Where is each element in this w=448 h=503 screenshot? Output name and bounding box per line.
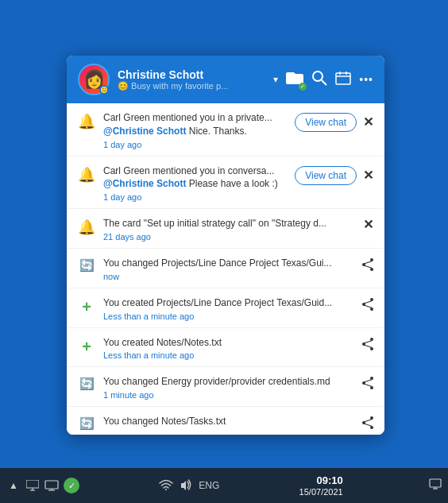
- search-button[interactable]: [311, 70, 327, 90]
- share-button[interactable]: [362, 298, 373, 313]
- notif-time: 1 minute ago: [103, 390, 354, 400]
- svg-point-17: [370, 347, 373, 350]
- plus-icon: +: [78, 298, 95, 316]
- svg-point-26: [370, 416, 373, 420]
- display-icon[interactable]: [25, 478, 40, 493]
- notif-actions: [362, 258, 373, 273]
- share-button[interactable]: [362, 258, 373, 273]
- language-indicator[interactable]: ENG: [199, 480, 219, 491]
- wifi-icon: [159, 479, 173, 493]
- close-button[interactable]: ✕: [363, 169, 373, 182]
- panel-header: 👩 😊 Christine Schott 😊 Busy with my favo…: [67, 56, 384, 103]
- notif-actions: View chat ✕: [295, 113, 373, 132]
- avatar-container: 👩 😊: [78, 64, 110, 95]
- notif-content: You created Notes/Notes.txt Less than a …: [103, 336, 354, 361]
- taskbar: ▲ ✓: [0, 468, 448, 503]
- notif-content: You created Projects/Line Dance Project …: [103, 296, 354, 321]
- notif-content: The card "Set up initial strategy call" …: [103, 217, 355, 242]
- share-button[interactable]: [362, 338, 373, 353]
- notif-content: You changed Energy provider/provider cre…: [103, 375, 354, 400]
- notification-item: 🔔 The card "Set up initial strategy call…: [67, 209, 384, 249]
- svg-line-10: [364, 265, 372, 268]
- share-button[interactable]: [362, 416, 373, 431]
- svg-point-12: [370, 308, 373, 311]
- close-button[interactable]: ✕: [363, 219, 373, 231]
- taskbar-time: 09:10: [316, 474, 342, 486]
- header-status: 😊 Busy with my favorite p...: [118, 81, 245, 91]
- header-info: Christine Schott 😊 Busy with my favorite…: [118, 68, 268, 91]
- volume-icon: [180, 479, 192, 493]
- svg-point-37: [165, 489, 167, 490]
- notif-time: Less than a minute ago: [103, 311, 354, 321]
- notif-content: Carl Green mentioned you in a private...…: [103, 111, 287, 149]
- more-options-button[interactable]: •••: [359, 73, 373, 86]
- sync-icon: 🔄: [78, 258, 95, 273]
- dropdown-icon[interactable]: ▾: [273, 74, 278, 85]
- notif-mention: @Christine Schott Nice. Thanks.: [103, 125, 287, 138]
- header-username: Christine Schott: [118, 68, 268, 81]
- notification-item: 🔄 You changed Energy provider/provider c…: [67, 367, 384, 407]
- notification-item: 🔔 Carl Green mentioned you in a private.…: [67, 103, 384, 157]
- svg-line-24: [364, 380, 372, 382]
- svg-point-6: [370, 258, 373, 261]
- notif-content: You changed Projects/Line Dance Project …: [103, 257, 354, 281]
- svg-line-20: [364, 345, 372, 347]
- notif-content: Carl Green mentioned you in conversa... …: [103, 164, 287, 203]
- bell-icon: 🔔: [78, 166, 95, 184]
- svg-line-29: [364, 420, 372, 422]
- notif-actions: [362, 416, 373, 431]
- notif-time: 1 day ago: [103, 192, 287, 202]
- svg-point-21: [370, 377, 373, 380]
- svg-line-30: [364, 424, 372, 426]
- notif-actions: [362, 338, 373, 353]
- view-chat-button[interactable]: View chat: [295, 113, 357, 132]
- notification-item: 🔄 You changed Notes/Tasks.txt: [67, 407, 384, 435]
- svg-point-7: [370, 268, 373, 271]
- notifications-list: 🔔 Carl Green mentioned you in a private.…: [67, 103, 384, 435]
- chevron-up-icon[interactable]: ▲: [6, 478, 21, 493]
- svg-line-25: [364, 384, 372, 386]
- svg-line-1: [322, 80, 326, 85]
- notif-time: now: [103, 272, 354, 281]
- svg-point-11: [370, 298, 373, 301]
- svg-line-14: [364, 301, 372, 304]
- svg-rect-34: [45, 481, 58, 489]
- tv-icon[interactable]: [44, 478, 59, 493]
- calendar-button[interactable]: [335, 71, 351, 89]
- notif-time: 21 days ago: [103, 232, 355, 242]
- close-button[interactable]: ✕: [363, 116, 373, 129]
- notif-mention: @Christine Schott Please have a look :): [103, 177, 287, 191]
- svg-line-9: [364, 261, 372, 264]
- notif-actions: [362, 377, 373, 392]
- svg-line-19: [364, 340, 372, 342]
- notif-text: The card "Set up initial strategy call" …: [103, 217, 355, 230]
- notif-time: Less than a minute ago: [103, 350, 354, 360]
- svg-point-0: [313, 72, 322, 81]
- notif-text: You created Notes/Notes.txt: [103, 336, 354, 350]
- notification-item: 🔔 Carl Green mentioned you in conversa..…: [67, 157, 384, 210]
- notif-text: You changed Energy provider/provider cre…: [103, 375, 354, 389]
- notif-text: You changed Projects/Line Dance Project …: [103, 257, 354, 270]
- header-actions: ✓ •••: [286, 70, 373, 90]
- notif-time: 1 day ago: [103, 140, 287, 149]
- status-dot: 😊: [99, 85, 109, 95]
- view-chat-button[interactable]: View chat: [295, 166, 357, 185]
- notif-content: You changed Notes/Tasks.txt: [103, 415, 354, 428]
- notif-actions: View chat ✕: [295, 166, 373, 185]
- svg-rect-31: [26, 480, 39, 488]
- notification-panel: 👩 😊 Christine Schott 😊 Busy with my favo…: [67, 56, 384, 435]
- taskbar-left: ▲ ✓: [6, 478, 79, 493]
- bell-icon: 🔔: [78, 113, 95, 130]
- show-desktop-button[interactable]: [429, 478, 442, 493]
- folder-button[interactable]: ✓: [286, 71, 303, 89]
- notif-actions: ✕: [363, 219, 373, 231]
- svg-rect-38: [430, 479, 441, 487]
- notif-actions: [362, 298, 373, 313]
- share-button[interactable]: [362, 377, 373, 392]
- bell-icon: 🔔: [78, 219, 95, 236]
- svg-line-15: [364, 305, 372, 308]
- notif-text: Carl Green mentioned you in conversa...: [103, 164, 287, 178]
- notif-text: You changed Notes/Tasks.txt: [103, 415, 354, 428]
- folder-check-icon: ✓: [299, 83, 307, 91]
- svg-point-22: [370, 386, 373, 389]
